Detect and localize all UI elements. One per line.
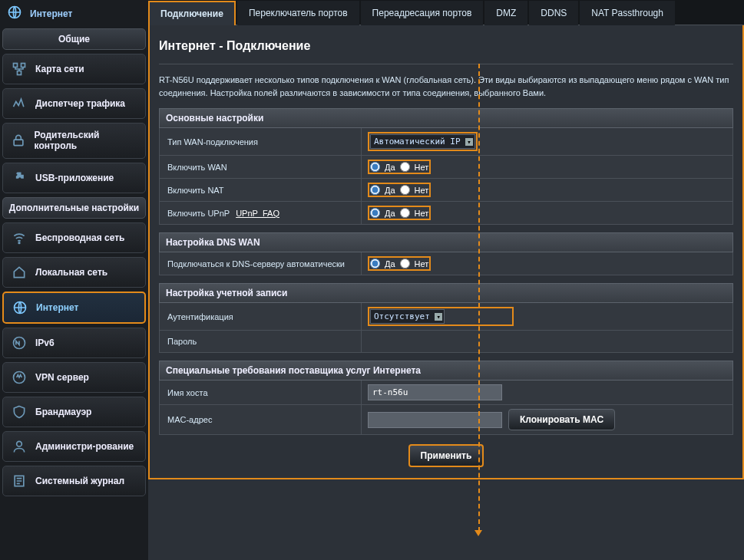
svg-point-5 xyxy=(18,242,20,244)
guide-arrow-icon xyxy=(478,64,480,532)
svg-rect-2 xyxy=(21,64,25,68)
sidebar-item-firewall[interactable]: Брандмауэр xyxy=(2,397,146,427)
arrow-head-icon xyxy=(475,530,482,536)
globe-icon xyxy=(12,299,28,316)
dns-auto-label: Подключаться к DNS-серверу автоматически xyxy=(160,252,362,275)
puzzle-icon xyxy=(11,170,28,186)
sidebar: Интернет Общие Карта сети Диспетчер траф… xyxy=(0,0,148,560)
sidebar-current-label: Интернет xyxy=(30,8,72,19)
svg-rect-1 xyxy=(14,64,18,68)
tab-port-forward[interactable]: Переадресация портов xyxy=(361,1,484,25)
host-label: Имя хоста xyxy=(160,380,362,404)
sidebar-current: Интернет xyxy=(2,2,146,25)
sidebar-item-label: Интернет xyxy=(36,302,78,313)
enable-upnp-radio[interactable]: Да Нет xyxy=(368,206,431,220)
section-account: Настройка учетной записи xyxy=(159,283,733,303)
mac-label: MAC-адрес xyxy=(160,405,362,434)
tab-connection[interactable]: Подключение xyxy=(148,1,236,25)
home-icon xyxy=(11,264,28,281)
svg-rect-3 xyxy=(18,71,21,75)
shield-icon xyxy=(11,404,28,420)
clone-mac-button[interactable]: Клонировать MAC xyxy=(508,409,615,430)
sidebar-item-label: Диспетчер трафика xyxy=(35,98,125,109)
content-area: Интернет - Подключение RT-N56U поддержив… xyxy=(148,25,744,479)
sidebar-item-label: Локальная сеть xyxy=(35,267,107,278)
sidebar-item-label: VPN сервер xyxy=(35,372,89,383)
sidebar-item-label: Системный журнал xyxy=(35,476,124,486)
apply-button[interactable]: Применить xyxy=(408,444,484,467)
enable-nat-yes[interactable] xyxy=(370,185,380,195)
sidebar-section-general: Общие xyxy=(2,28,146,50)
lock-icon xyxy=(11,132,27,149)
sidebar-item-usb[interactable]: USB-приложение xyxy=(2,163,146,193)
sidebar-item-traffic[interactable]: Диспетчер трафика xyxy=(2,88,146,119)
globe-icon xyxy=(7,5,22,22)
sidebar-item-ipv6[interactable]: IPv6 xyxy=(2,328,146,358)
dns-auto-yes[interactable] xyxy=(370,259,380,268)
sidebar-item-label: Брандмауэр xyxy=(35,407,91,417)
enable-nat-radio[interactable]: Да Нет xyxy=(368,183,431,197)
ipv6-icon xyxy=(11,334,28,351)
upnp-faq-link[interactable]: UPnP_FAQ xyxy=(236,209,279,218)
sidebar-item-parental[interactable]: Родительский контроль xyxy=(2,123,146,159)
sidebar-section-advanced: Дополнительные настройки xyxy=(2,197,146,219)
sidebar-item-label: IPv6 xyxy=(35,338,55,348)
dns-auto-no[interactable] xyxy=(400,259,410,268)
enable-upnp-yes[interactable] xyxy=(370,208,380,218)
log-icon xyxy=(11,473,28,489)
section-dns: Настройка DNS WAN xyxy=(159,232,733,252)
dns-auto-radio[interactable]: Да Нет xyxy=(368,256,431,271)
host-input[interactable] xyxy=(368,384,502,400)
sidebar-item-admin[interactable]: Администри-рование xyxy=(2,431,146,462)
svg-point-9 xyxy=(17,441,22,446)
page-description: RT-N56U поддерживает несколько типов под… xyxy=(159,64,733,108)
svg-rect-4 xyxy=(14,140,23,147)
sidebar-item-label: Беспроводная сеть xyxy=(35,232,124,243)
network-map-icon xyxy=(11,61,28,77)
enable-upnp-no[interactable] xyxy=(400,208,410,218)
sidebar-item-label: Карта сети xyxy=(35,64,84,74)
tab-nat[interactable]: NAT Passthrough xyxy=(580,1,675,25)
sidebar-item-lan[interactable]: Локальная сеть xyxy=(2,257,146,288)
main-panel: Подключение Переключатель портов Переадр… xyxy=(148,0,744,560)
mac-input[interactable] xyxy=(368,412,502,428)
sidebar-item-internet[interactable]: Интернет xyxy=(2,292,146,324)
traffic-icon xyxy=(11,95,28,112)
tabs: Подключение Переключатель портов Переадр… xyxy=(148,0,744,25)
tab-ddns[interactable]: DDNS xyxy=(529,1,578,25)
sidebar-item-network-map[interactable]: Карта сети xyxy=(2,54,146,84)
sidebar-item-label: Администри-рование xyxy=(35,441,134,452)
vpn-icon xyxy=(11,369,28,386)
wan-type-label: Тип WAN-подключения xyxy=(160,128,362,155)
sidebar-item-vpn[interactable]: VPN сервер xyxy=(2,362,146,393)
wan-type-select[interactable]: Автоматический IP xyxy=(370,134,475,149)
tab-dmz[interactable]: DMZ xyxy=(484,1,527,25)
page-title: Интернет - Подключение xyxy=(159,33,733,64)
password-label: Пароль xyxy=(160,331,362,352)
sidebar-item-syslog[interactable]: Системный журнал xyxy=(2,466,146,496)
enable-wan-label: Включить WAN xyxy=(160,156,362,178)
section-basic: Основные настройки xyxy=(159,108,733,128)
section-isp: Специальные требования поставщика услуг … xyxy=(159,361,733,380)
enable-wan-no[interactable] xyxy=(400,162,410,172)
sidebar-item-label: USB-приложение xyxy=(35,173,114,183)
auth-label: Аутентификация xyxy=(160,303,362,330)
enable-upnp-label: Включить UPnP UPnP_FAQ xyxy=(160,202,362,224)
sidebar-item-label: Родительский контроль xyxy=(35,130,137,152)
enable-wan-radio[interactable]: Да Нет xyxy=(368,160,431,174)
sidebar-item-wireless[interactable]: Беспроводная сеть xyxy=(2,222,146,253)
enable-nat-no[interactable] xyxy=(400,185,410,195)
enable-wan-yes[interactable] xyxy=(370,162,380,172)
tab-port-trigger[interactable]: Переключатель портов xyxy=(237,1,359,25)
auth-select[interactable]: Отсутствует xyxy=(370,309,445,324)
user-icon xyxy=(11,438,28,455)
wifi-icon xyxy=(11,229,28,246)
enable-nat-label: Включить NAT xyxy=(160,179,362,201)
